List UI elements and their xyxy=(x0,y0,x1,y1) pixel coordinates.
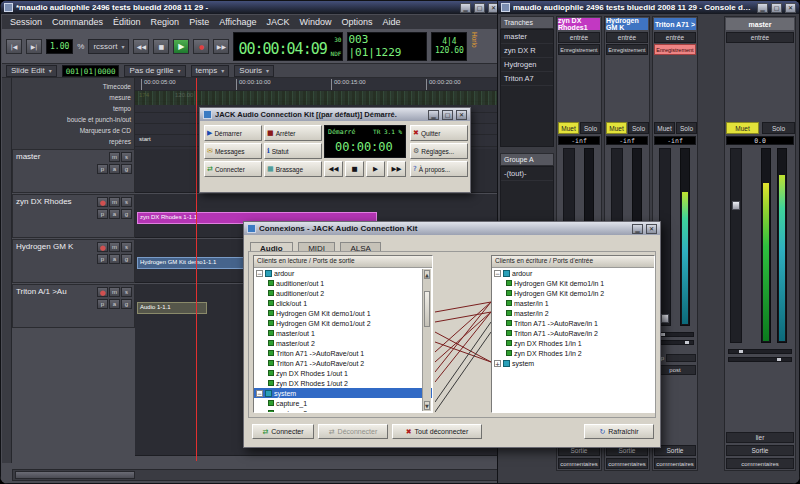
group-button[interactable]: g xyxy=(121,164,132,174)
play-button[interactable]: ▶ xyxy=(173,39,189,54)
mute-button[interactable]: Muet xyxy=(726,122,759,134)
gain-display[interactable]: -inf xyxy=(654,136,696,145)
scroll-up-icon[interactable]: ▲ xyxy=(424,270,430,279)
track-header-master[interactable]: master m s p a g xyxy=(12,149,135,193)
goto-start-button[interactable]: |◀ xyxy=(6,39,22,54)
mute-button[interactable]: m xyxy=(109,197,120,207)
port-item[interactable]: Triton A71 ->AutoRave/out 1 xyxy=(254,348,432,358)
edit-mode-combo[interactable]: Slide Edit ▾ xyxy=(6,65,57,77)
pan-handle[interactable] xyxy=(739,350,743,353)
group-button[interactable]: g xyxy=(121,299,132,309)
ruler-label-tempo[interactable]: tempo xyxy=(12,103,131,114)
menu-affichage[interactable]: Affichage xyxy=(219,17,256,27)
track-header-hydrogen[interactable]: Hydrogen GM K ● m s p a g xyxy=(12,239,135,283)
transport-rewind-button[interactable]: ◀◀ xyxy=(324,161,343,177)
collapse-icon[interactable]: − xyxy=(256,390,263,397)
automation-button[interactable]: a xyxy=(109,254,120,264)
strip-name-button[interactable]: Triton A71 > xyxy=(654,18,696,30)
horizontal-scrollbar[interactable] xyxy=(12,469,501,481)
stop-button[interactable]: ■ xyxy=(153,39,169,54)
strip-list-item[interactable]: zyn DX R xyxy=(501,44,553,58)
transport-backward-button[interactable]: ■ xyxy=(345,161,364,177)
scrollbar-thumb[interactable] xyxy=(424,291,430,327)
port-item[interactable]: Hydrogen GM Kit demo1/out 2 xyxy=(254,318,432,328)
pan-slider[interactable] xyxy=(656,332,694,337)
record-enable-icon[interactable]: ● xyxy=(97,197,108,207)
status-button[interactable]: ℹStatut xyxy=(264,143,322,159)
port-item[interactable]: capture_1 xyxy=(254,398,432,408)
solo-button[interactable]: Solo xyxy=(762,122,795,134)
vertical-scrollbar[interactable]: ▲ ▼ xyxy=(422,269,431,411)
pan-handle[interactable] xyxy=(661,333,665,336)
connect-button[interactable]: ⇄Connecter xyxy=(204,161,262,177)
record-enable-button[interactable]: Enregistrement xyxy=(558,44,600,55)
stop-button[interactable]: ■Arrêter xyxy=(264,125,322,141)
input-button[interactable]: entrée xyxy=(654,32,696,43)
timecode-ruler[interactable]: 00:00:05:00 00:00:10:00 00:00:15:00 00:0… xyxy=(135,78,501,91)
editor-titlebar[interactable]: *maudio audiophile 2496 tests bluedid 20… xyxy=(1,1,502,14)
goto-end-button[interactable]: ▶| xyxy=(26,39,42,54)
connect-button[interactable]: ⇄Connecter xyxy=(252,424,314,439)
gain-display[interactable]: 0.0 xyxy=(726,136,794,145)
playlist-button[interactable]: p xyxy=(97,299,108,309)
group-button[interactable]: g xyxy=(121,254,132,264)
menu-aide[interactable]: Aide xyxy=(383,17,401,27)
editor-left-gutter[interactable] xyxy=(2,78,12,463)
port-item[interactable]: master/in 1 xyxy=(492,298,654,308)
comments-button[interactable]: commentaires xyxy=(726,458,794,469)
solo-button[interactable]: s xyxy=(121,242,132,252)
record-enable-button[interactable]: Enregistrement xyxy=(606,44,648,55)
qjackctl-titlebar[interactable]: JACK Audio Connection Kit [(par défaut)]… xyxy=(200,108,470,121)
port-item[interactable]: zyn DX Rhodes 1/in 2 xyxy=(492,348,654,358)
connections-titlebar[interactable]: Connexions - JACK Audio Connection Kit ▁… xyxy=(244,222,660,235)
output-ports-header[interactable]: Clients en lecture / Ports de sortie xyxy=(254,256,432,268)
comments-button[interactable]: commentaires xyxy=(654,458,696,469)
menu-commandes[interactable]: Commandes xyxy=(52,17,103,27)
disconnect-button[interactable]: ⇄Déconnecter xyxy=(318,424,388,439)
close-icon[interactable]: ✕ xyxy=(646,224,657,234)
ruler-label-punch[interactable]: boucle et punch-in/out xyxy=(12,114,131,125)
menu-edition[interactable]: Édition xyxy=(113,17,141,27)
gain-fader[interactable] xyxy=(730,148,742,343)
minimize-icon[interactable]: ▁ xyxy=(460,3,471,13)
menu-session[interactable]: Session xyxy=(10,17,42,27)
scrollbar-thumb[interactable] xyxy=(15,471,135,479)
scroll-down-icon[interactable]: ▼ xyxy=(424,401,430,410)
rewind-button[interactable]: ◀◀ xyxy=(133,39,149,54)
sync-combo[interactable]: rcssort ▾ xyxy=(88,39,129,54)
setup-button[interactable]: ⚙Réglages... xyxy=(410,143,468,159)
bbt-clock[interactable]: 003 |01|1229 xyxy=(347,32,427,61)
group-combo[interactable] xyxy=(666,354,696,362)
forward-button[interactable]: ▶▶ xyxy=(213,39,229,54)
menu-region[interactable]: Region xyxy=(151,17,180,27)
automation-button[interactable]: a xyxy=(109,209,120,219)
patchbay-button[interactable]: ▦Brassage xyxy=(264,161,322,177)
pan-handle[interactable] xyxy=(685,341,689,344)
port-item[interactable]: Triton A71 ->AutoRave/in 2 xyxy=(492,328,654,338)
track-header-triton[interactable]: Triton A/1 >Au ● m s p a g xyxy=(12,284,135,328)
pan-slider[interactable] xyxy=(728,357,792,362)
gain-display[interactable]: -inf xyxy=(558,136,600,145)
gain-display[interactable]: -inf xyxy=(606,136,648,145)
automation-button[interactable]: a xyxy=(109,299,120,309)
port-item[interactable]: zyn DX Rhodes 1/out 2 xyxy=(254,378,432,388)
output-button[interactable]: Sortie xyxy=(726,445,794,456)
playlist-button[interactable]: p xyxy=(97,209,108,219)
mute-button[interactable]: Muet xyxy=(558,122,579,134)
record-button[interactable]: ● xyxy=(193,39,209,54)
close-icon[interactable]: ✕ xyxy=(785,3,796,13)
port-item[interactable]: Hydrogen GM Kit demo1/in 2 xyxy=(492,288,654,298)
maximize-icon[interactable]: ▢ xyxy=(771,3,782,13)
expand-icon[interactable]: + xyxy=(494,360,501,367)
fader-handle[interactable] xyxy=(732,201,740,210)
client-item-selected[interactable]: −system xyxy=(254,388,432,398)
fader-handle[interactable] xyxy=(661,314,669,323)
solo-button[interactable]: s xyxy=(121,197,132,207)
solo-button[interactable]: Solo xyxy=(580,122,601,134)
edit-clock[interactable]: 001|01|0000 xyxy=(62,65,120,77)
meter-tempo-display[interactable]: 4|4 120.60 xyxy=(431,32,467,61)
input-button[interactable]: entrée xyxy=(726,32,794,43)
input-ports-header[interactable]: Clients en écriture / Ports d'entrée xyxy=(492,256,654,268)
grid-combo[interactable]: Pas de grille ▾ xyxy=(124,65,185,77)
mixer-titlebar[interactable]: maudio audiophile 2496 tests bluedid 200… xyxy=(498,1,799,14)
